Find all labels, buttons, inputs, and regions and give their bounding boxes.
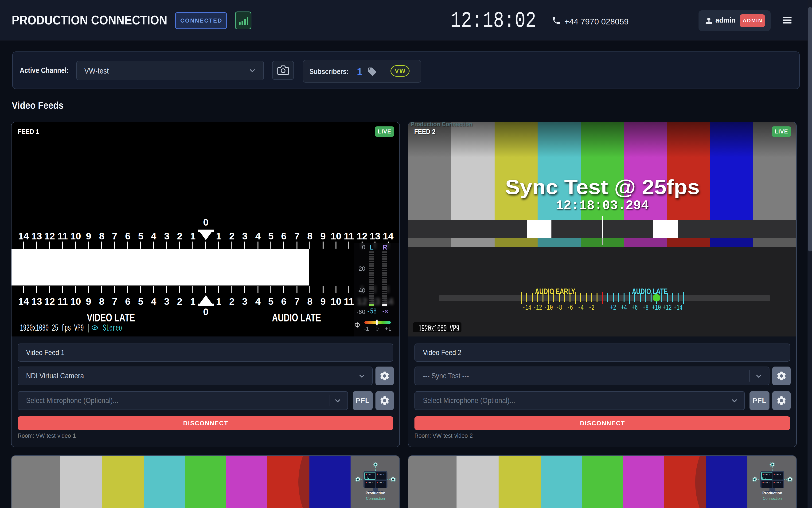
svg-text:CAM 4: CAM 4 xyxy=(379,482,384,484)
svg-text:CAM 3: CAM 3 xyxy=(368,482,373,484)
svg-text:CAM 1: CAM 1 xyxy=(368,473,373,475)
svg-text:Production: Production xyxy=(762,491,782,495)
svg-text:CAM 3: CAM 3 xyxy=(765,482,770,484)
svg-text:CAM 1: CAM 1 xyxy=(765,473,770,475)
svg-text:CAM 4: CAM 4 xyxy=(776,482,781,484)
svg-text:Connection: Connection xyxy=(763,497,782,501)
svg-text:Production: Production xyxy=(366,491,385,495)
svg-text:CAM 2: CAM 2 xyxy=(776,473,781,475)
svg-text:CAM 2: CAM 2 xyxy=(379,473,384,475)
svg-text:Connection: Connection xyxy=(366,497,385,501)
